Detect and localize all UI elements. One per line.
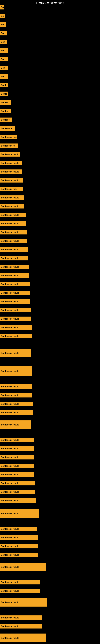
bottleneck-bar: Bo	[0, 14, 5, 18]
bottleneck-bar: Bottleneck result	[0, 222, 26, 226]
bottleneck-bar: Bottleneck re	[0, 144, 18, 148]
bottleneck-bar: Bottleneck result	[0, 481, 35, 486]
bottleneck-bar: Bottleneck result	[0, 256, 28, 260]
bottleneck-bar: Bottleneck result	[0, 196, 24, 200]
bottleneck-bar: Bottleneck result	[0, 282, 30, 286]
bottleneck-bar: Bottleneck result	[0, 308, 31, 312]
bottleneck-bar: Bottleneck result	[0, 349, 31, 357]
bottleneck-bar: Bottlen	[0, 109, 11, 113]
bottleneck-bar: Bottleneck result	[0, 553, 38, 557]
bottleneck-bar: Bottleneck result	[0, 239, 27, 243]
bottleneck-bar: Bottleneck result	[0, 509, 39, 518]
bottleneck-bar: Bottleneck r	[0, 126, 15, 130]
bottleneck-bar: Bottleneck result	[0, 247, 28, 252]
bottleneck-bar: Bottleneck result	[0, 410, 33, 415]
bottleneck-bar: Bottleneck result	[0, 455, 34, 460]
bottleneck-bar: Bottleneck result	[0, 299, 30, 304]
bottleneck-bar: Bottleneck result	[0, 316, 31, 321]
bottleneck-bar: Bottleneck result	[0, 366, 32, 376]
bottleneck-bar: Bottleneck result	[0, 580, 40, 584]
bottleneck-bar: Bottleneck resu	[0, 135, 17, 139]
bottleneck-bar: Bottleneck result	[0, 393, 32, 398]
bottleneck-bar: Bott	[0, 31, 7, 36]
bottleneck-bar: Bottleneck result	[0, 634, 46, 642]
bottleneck-bar: Bottlen	[0, 100, 11, 105]
bottleneck-bar: Bottleneck result	[0, 498, 36, 503]
bottleneck-bar: Bot	[0, 22, 6, 27]
bottleneck-bar: Bottleneck result	[0, 265, 29, 269]
bottleneck-bar: Bott	[0, 74, 8, 79]
bottleneck-bar: Bottleneck result	[0, 527, 37, 531]
bottleneck-bar: Bottleneck result	[0, 334, 32, 338]
bottleneck-bar: Bottleneck result	[0, 563, 46, 571]
bottleneck-bar: Bo	[0, 5, 4, 10]
bottleneck-bar: Bottleneck result	[0, 178, 23, 182]
bottleneck-bar: Bottleneck result	[0, 384, 32, 389]
bottleneck-bar: Bottleneck result	[0, 446, 34, 451]
bottleneck-bar: Bottle	[0, 92, 8, 96]
bottleneck-bar: Bottleneck result	[0, 589, 40, 593]
bottleneck-bar: Bottl	[0, 83, 8, 87]
site-title: TheBottlenecker.com	[36, 1, 64, 4]
bottleneck-bar: Bottleneck resu	[0, 187, 23, 191]
bottleneck-bar: Bottleneck result	[0, 402, 33, 406]
bottleneck-bar: Bottleneck result	[0, 464, 34, 468]
bottleneck-bar: Bottleneck result	[0, 230, 27, 234]
bottleneck-bar: Bottleneck result	[0, 273, 29, 278]
bottleneck-bar: Bottleneck result	[0, 161, 22, 165]
bottleneck-bar: Bottleneck result	[0, 544, 38, 548]
bottleneck-bar: Bottlene	[0, 118, 12, 122]
bottleneck-bar: Bottleneck result	[0, 213, 26, 217]
bottleneck-bar: Bottleneck result	[0, 535, 38, 540]
bottleneck-bar: Bottleneck result	[0, 598, 47, 606]
bottleneck-bar: Bottleneck result	[0, 490, 35, 494]
bottleneck-bar: Bottleneck result	[0, 472, 34, 477]
bottleneck-bar: Bott	[0, 57, 8, 62]
bottleneck-bar: Bott	[0, 40, 7, 44]
bottleneck-bar: Bott	[0, 48, 8, 53]
bottleneck-bar: Bottleneck result	[0, 616, 42, 620]
bottleneck-bar: Bott	[0, 66, 8, 70]
bottleneck-bar: Bottleneck result	[0, 290, 30, 295]
bottleneck-bar: Bottleneck result	[0, 170, 22, 174]
bottleneck-bar: Bottleneck result	[0, 420, 31, 429]
bottleneck-bar: Bottleneck result	[0, 624, 42, 628]
bottleneck-bar: Bottleneck result	[0, 204, 24, 208]
bottleneck-bar: Bottleneck result	[0, 438, 34, 442]
bottleneck-bar: Bottleneck result	[0, 325, 32, 330]
bottleneck-bar: Bottleneck result	[0, 152, 20, 156]
